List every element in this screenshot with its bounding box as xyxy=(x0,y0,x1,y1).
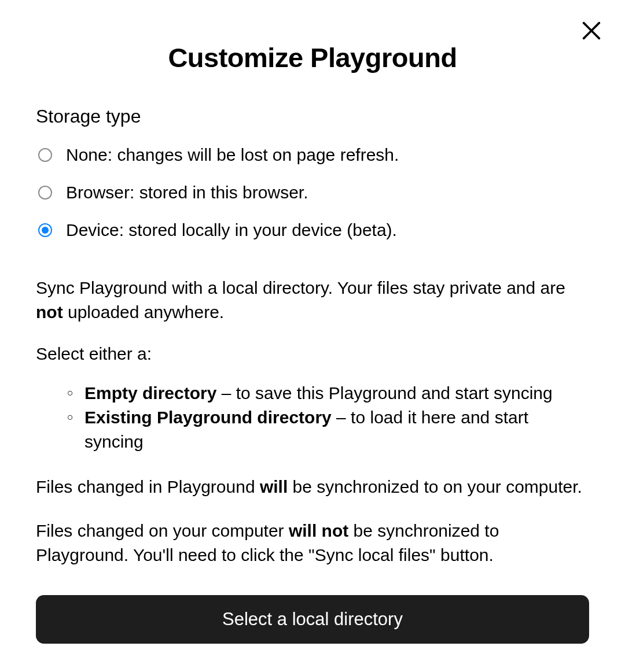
close-button[interactable] xyxy=(579,19,604,44)
dialog-title: Customize Playground xyxy=(36,42,589,73)
list-item: Existing Playground directory – to load … xyxy=(67,405,589,454)
sync-note-computer: Files changed on your computer will not … xyxy=(36,519,589,567)
dialog-container: Customize Playground Storage type None: … xyxy=(0,0,625,644)
storage-option-device[interactable]: Device: stored locally in your device (b… xyxy=(38,219,589,241)
list-item: Empty directory – to save this Playgroun… xyxy=(67,381,589,405)
radio-icon xyxy=(38,186,52,200)
radio-icon xyxy=(38,148,52,162)
storage-option-none[interactable]: None: changes will be lost on page refre… xyxy=(38,143,589,166)
select-directory-button[interactable]: Select a local directory xyxy=(36,595,589,644)
sync-description: Sync Playground with a local directory. … xyxy=(36,276,589,324)
radio-icon-selected xyxy=(38,223,52,237)
radio-label: Browser: stored in this browser. xyxy=(66,181,308,204)
storage-option-browser[interactable]: Browser: stored in this browser. xyxy=(38,181,589,204)
radio-label: Device: stored locally in your device (b… xyxy=(66,219,397,241)
storage-type-heading: Storage type xyxy=(36,106,589,127)
select-prompt: Select either a: xyxy=(36,344,589,364)
sync-note-playground: Files changed in Playground will be sync… xyxy=(36,475,589,499)
storage-type-radio-group: None: changes will be lost on page refre… xyxy=(36,143,589,241)
close-icon xyxy=(580,19,603,44)
directory-options-list: Empty directory – to save this Playgroun… xyxy=(36,381,589,454)
radio-label: None: changes will be lost on page refre… xyxy=(66,143,399,166)
